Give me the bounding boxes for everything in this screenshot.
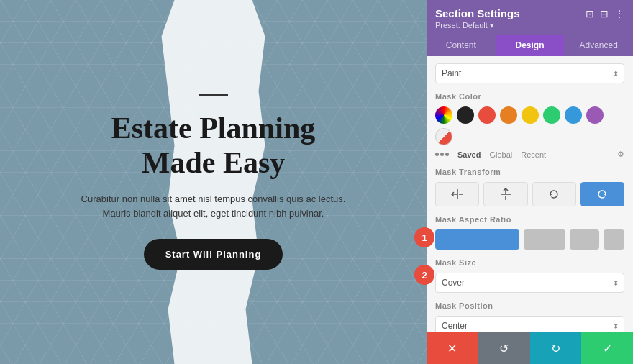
color-more-dots[interactable] <box>435 153 449 156</box>
panel-footer: ✕ ↺ ↻ ✓ <box>427 332 633 364</box>
reset-button[interactable]: ↺ <box>478 332 530 364</box>
panel-header: Section Settings ⊡ ⊟ ⋮ Preset: Default ▾ <box>427 0 633 35</box>
aspect-thin[interactable] <box>604 229 624 250</box>
color-swatch-gradient[interactable] <box>435 106 452 124</box>
panel-header-icons: ⊡ ⊟ ⋮ <box>586 8 624 19</box>
tab-advanced[interactable]: Advanced <box>564 35 633 56</box>
color-swatch-green[interactable] <box>543 106 560 124</box>
aspect-tall[interactable] <box>570 229 599 250</box>
mask-size-wrap: Cover <box>435 273 624 293</box>
transform-rotate-right[interactable] <box>580 182 624 206</box>
preset-label[interactable]: Preset: Default ▾ <box>435 21 624 30</box>
panel-tabs: Content Design Advanced <box>427 35 633 56</box>
main-content: Estate Planning Made Easy Curabitur non … <box>0 0 427 364</box>
hero-subtitle: Curabitur non nulla sit amet nisl tempus… <box>77 192 350 222</box>
hero-title: Estate Planning Made Easy <box>77 111 350 181</box>
save-button[interactable]: ✓ <box>581 332 633 364</box>
color-tab-recent[interactable]: Recent <box>521 150 546 159</box>
badge-1: 1 <box>414 227 434 247</box>
mask-size-dropdown[interactable]: Cover <box>435 273 624 293</box>
color-swatch-paint[interactable] <box>435 128 452 145</box>
tab-content[interactable]: Content <box>427 35 496 56</box>
color-swatch-orange[interactable] <box>500 106 517 124</box>
color-swatch-black[interactable] <box>457 106 474 124</box>
color-saved-tabs: Saved Global Recent ⚙ <box>435 150 624 159</box>
color-tab-settings-icon[interactable]: ⚙ <box>617 150 624 159</box>
panel-content: Paint Mask Color Saved Global Recent ⚙ <box>427 56 633 332</box>
screen-icon[interactable]: ⊡ <box>586 8 594 19</box>
section-settings-panel: Section Settings ⊡ ⊟ ⋮ Preset: Default ▾… <box>427 0 633 364</box>
transform-flip-v[interactable] <box>483 182 527 206</box>
color-swatch-blue[interactable] <box>565 106 582 124</box>
mask-size-label: Mask Size <box>435 258 624 267</box>
color-swatches-row <box>435 106 624 145</box>
mask-color-label: Mask Color <box>435 92 624 101</box>
mask-position-dropdown[interactable]: Center <box>435 316 624 332</box>
cancel-button[interactable]: ✕ <box>427 332 478 364</box>
transform-buttons-row <box>435 182 624 206</box>
transform-rotate-left[interactable] <box>532 182 576 206</box>
more-icon[interactable]: ⋮ <box>614 8 624 19</box>
aspect-ratio-row <box>435 229 624 250</box>
mask-position-label: Mask Position <box>435 301 624 310</box>
aspect-square[interactable] <box>524 229 565 250</box>
divider-line <box>199 94 228 96</box>
panel-title: Section Settings <box>435 7 520 19</box>
aspect-wide[interactable] <box>435 229 519 250</box>
tab-design[interactable]: Design <box>496 35 565 56</box>
redo-button[interactable]: ↻ <box>530 332 582 364</box>
badge-2: 2 <box>414 265 434 285</box>
color-tab-saved[interactable]: Saved <box>457 150 481 159</box>
paint-dropdown[interactable]: Paint <box>435 63 624 83</box>
color-swatch-red[interactable] <box>478 106 496 124</box>
transform-flip-h[interactable] <box>435 182 479 206</box>
cta-button[interactable]: Start Will Planning <box>144 239 283 270</box>
mask-transform-label: Mask Transform <box>435 168 624 176</box>
color-swatch-purple[interactable] <box>586 106 604 124</box>
color-tab-global[interactable]: Global <box>489 150 512 159</box>
hero-text-area: Estate Planning Made Easy Curabitur non … <box>77 94 350 270</box>
color-swatch-yellow[interactable] <box>522 106 539 124</box>
mask-position-wrap: Center <box>435 316 624 332</box>
paint-dropdown-wrap: Paint <box>435 63 624 83</box>
mask-aspect-ratio-label: Mask Aspect Ratio <box>435 215 624 224</box>
columns-icon[interactable]: ⊟ <box>600 8 609 19</box>
